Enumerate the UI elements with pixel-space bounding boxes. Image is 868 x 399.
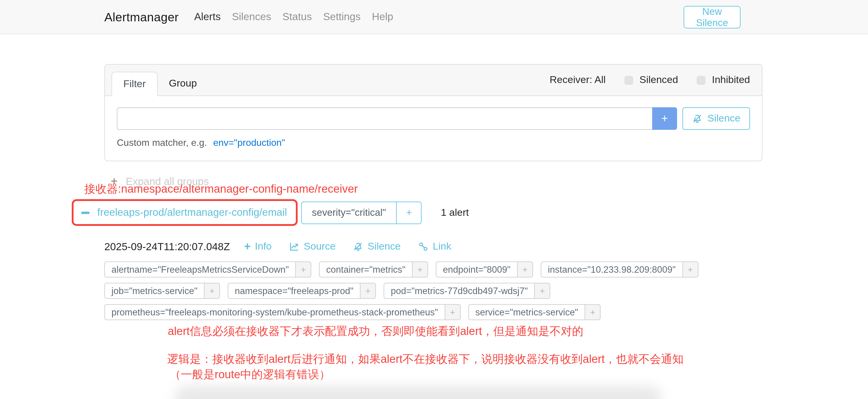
label-row: prometheus="freeleaps-monitoring-system/… bbox=[104, 304, 698, 320]
alert-timestamp: 2025-09-24T11:20:07.048Z bbox=[104, 240, 230, 253]
label-filter-add-button[interactable]: + bbox=[205, 283, 220, 299]
alert-label: container="metrics" bbox=[319, 262, 413, 277]
alertmanager-page: Alertmanager Alerts Silences Status Sett… bbox=[0, 0, 868, 399]
matcher-input-group: + Silence bbox=[117, 107, 750, 130]
collapse-minus-icon bbox=[81, 211, 90, 214]
alert-label-chip: pod="metrics-77d9cdb497-wdsj7" + bbox=[383, 283, 550, 299]
bottom-shadow-artifact bbox=[175, 386, 661, 399]
silence-action[interactable]: Silence bbox=[353, 241, 401, 252]
label-filter-add-button[interactable]: + bbox=[683, 262, 698, 277]
label-row: alertname="FreeleapsMetricsServiceDown" … bbox=[104, 262, 698, 277]
alert-label: alertname="FreeleapsMetricsServiceDown" bbox=[104, 262, 296, 277]
bell-slash-icon bbox=[692, 113, 703, 124]
alert-label-chip: instance="10.233.98.209:8009" + bbox=[541, 262, 698, 277]
info-action-label: Info bbox=[255, 241, 272, 252]
label-filter-add-button[interactable]: + bbox=[296, 262, 311, 277]
annotation-notify-logic: 逻辑是：接收器收到alert后进行通知，如果alert不在接收器下，说明接收器没… bbox=[167, 351, 684, 367]
link-icon bbox=[418, 241, 429, 252]
label-filter-add-button[interactable]: + bbox=[585, 304, 600, 320]
label-filter-add-button[interactable]: + bbox=[445, 304, 460, 320]
add-matcher-button[interactable]: + bbox=[652, 107, 677, 130]
bell-slash-icon bbox=[353, 241, 364, 252]
alert-label-chip: container="metrics" + bbox=[319, 262, 428, 277]
group-matcher-chip: severity="critical" + bbox=[301, 201, 422, 224]
label-filter-add-button[interactable]: + bbox=[413, 262, 428, 277]
alert-labels: alertname="FreeleapsMetricsServiceDown" … bbox=[104, 262, 698, 320]
inhibited-checkbox-group[interactable]: Inhibited bbox=[696, 74, 750, 86]
annotation-receiver-format: 接收器:namespace/altermanager-config-name/r… bbox=[84, 181, 358, 197]
link-action-label: Link bbox=[433, 241, 451, 252]
annotation-route-error: （一般是route中的逻辑有错误） bbox=[169, 367, 331, 382]
receiver-filter-label[interactable]: Receiver: All bbox=[550, 74, 606, 86]
alert-label: instance="10.233.98.209:8009" bbox=[541, 262, 683, 277]
annotation-alert-under-receiver: alert信息必须在接收器下才表示配置成功，否则即使能看到alert，但是通知是… bbox=[168, 324, 583, 339]
label-filter-add-button[interactable]: + bbox=[535, 283, 551, 299]
plus-icon: + bbox=[244, 240, 251, 253]
label-filter-add-button[interactable]: + bbox=[361, 283, 376, 299]
top-navbar: Alertmanager Alerts Silences Status Sett… bbox=[0, 0, 868, 34]
silence-button-label: Silence bbox=[707, 113, 741, 124]
filter-card: Filter Group Receiver: All Silenced Inhi… bbox=[104, 64, 763, 161]
silence-action-label: Silence bbox=[368, 241, 401, 252]
alert-label-chip: alertname="FreeleapsMetricsServiceDown" … bbox=[104, 262, 311, 277]
group-receiver-button[interactable]: freeleaps-prod/alertmanager-config/email bbox=[76, 203, 293, 222]
alert-label: pod="metrics-77d9cdb497-wdsj7" bbox=[383, 283, 535, 299]
alert-count: 1 alert bbox=[441, 207, 469, 218]
group-matcher-add-button[interactable]: + bbox=[397, 202, 421, 223]
nav-item-silences[interactable]: Silences bbox=[232, 11, 271, 23]
alert-label-chip: service="metrics-service" + bbox=[468, 304, 600, 320]
alert-group-row: freeleaps-prod/alertmanager-config/email… bbox=[72, 199, 469, 226]
matcher-example-link[interactable]: env="production" bbox=[213, 137, 285, 148]
nav-item-settings[interactable]: Settings bbox=[323, 11, 361, 23]
app-brand: Alertmanager bbox=[104, 10, 179, 24]
group-matcher-label: severity="critical" bbox=[302, 202, 396, 223]
alert-meta-row: 2025-09-24T11:20:07.048Z + Info Source bbox=[104, 240, 451, 253]
alert-label: job="metrics-service" bbox=[104, 283, 205, 299]
inhibited-checkbox[interactable] bbox=[696, 75, 705, 85]
alert-label-chip: endpoint="8009" + bbox=[436, 262, 533, 277]
matcher-input[interactable] bbox=[117, 107, 652, 130]
tab-group[interactable]: Group bbox=[158, 72, 208, 95]
alert-label: service="metrics-service" bbox=[468, 304, 585, 320]
alert-label: namespace="freeleaps-prod" bbox=[228, 283, 361, 299]
main-nav: Alerts Silences Status Settings Help bbox=[194, 11, 393, 23]
matcher-hint-text: Custom matcher, e.g. bbox=[117, 137, 207, 148]
silenced-checkbox-group[interactable]: Silenced bbox=[624, 74, 678, 86]
nav-item-status[interactable]: Status bbox=[282, 11, 312, 23]
label-row: job="metrics-service" + namespace="freel… bbox=[104, 283, 698, 299]
filter-options: Receiver: All Silenced Inhibited bbox=[550, 74, 750, 86]
alert-label-chip: prometheus="freeleaps-monitoring-system/… bbox=[104, 304, 460, 320]
nav-item-help[interactable]: Help bbox=[372, 11, 393, 23]
alert-label-chip: namespace="freeleaps-prod" + bbox=[228, 283, 376, 299]
nav-item-alerts[interactable]: Alerts bbox=[194, 11, 221, 23]
chart-line-icon bbox=[289, 241, 300, 252]
filter-card-body: + Silence Custom matcher, e.g. env="prod… bbox=[105, 96, 762, 159]
source-action[interactable]: Source bbox=[289, 241, 336, 252]
silenced-checkbox-label: Silenced bbox=[640, 74, 678, 86]
link-action[interactable]: Link bbox=[418, 241, 451, 252]
silence-button[interactable]: Silence bbox=[682, 107, 750, 130]
alert-label: prometheus="freeleaps-monitoring-system/… bbox=[104, 304, 445, 320]
group-receiver-label: freeleaps-prod/alertmanager-config/email bbox=[97, 206, 287, 219]
source-action-label: Source bbox=[304, 241, 336, 252]
tab-filter[interactable]: Filter bbox=[112, 72, 158, 96]
filter-card-header: Filter Group Receiver: All Silenced Inhi… bbox=[105, 65, 762, 96]
new-silence-button[interactable]: New Silence bbox=[684, 6, 741, 28]
inhibited-checkbox-label: Inhibited bbox=[712, 74, 750, 86]
alert-label: endpoint="8009" bbox=[436, 262, 518, 277]
alert-label-chip: job="metrics-service" + bbox=[104, 283, 220, 299]
label-filter-add-button[interactable]: + bbox=[518, 262, 533, 277]
info-action[interactable]: + Info bbox=[244, 240, 272, 253]
red-highlight-box: freeleaps-prod/alertmanager-config/email bbox=[72, 199, 298, 226]
alert-actions: + Info Source bbox=[244, 240, 452, 253]
silenced-checkbox[interactable] bbox=[624, 75, 633, 85]
matcher-hint: Custom matcher, e.g. env="production" bbox=[117, 137, 750, 148]
